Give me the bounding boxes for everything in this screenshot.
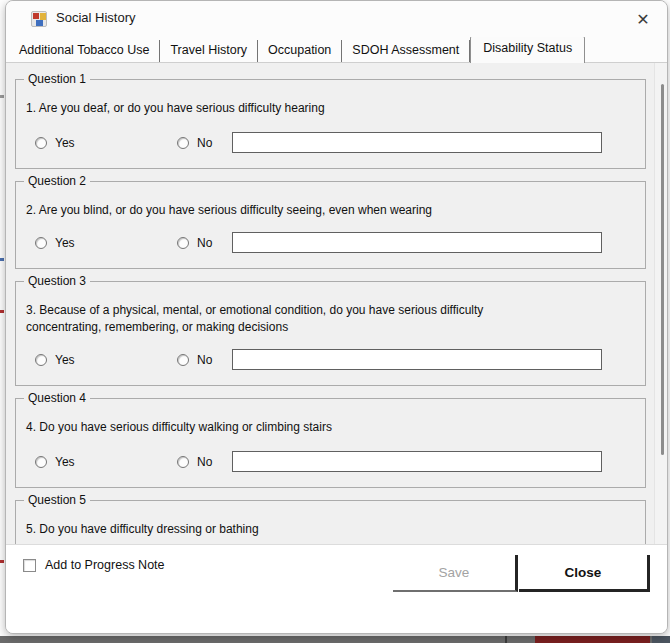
answer-row: Yes No	[35, 231, 630, 255]
radio-label: No	[197, 136, 212, 150]
radio-icon[interactable]	[177, 456, 189, 468]
tab-additional-tobacco-use[interactable]: Additional Tobacco Use	[9, 40, 160, 62]
answer-row: Yes No	[35, 131, 630, 155]
question-2-group: Question 2 2. Are you blind, or do you h…	[15, 181, 646, 269]
group-legend: Question 1	[24, 72, 90, 86]
question-text: 5. Do you have difficulty dressing or ba…	[26, 521, 561, 538]
checkbox-icon[interactable]	[23, 559, 36, 572]
q1-yes-radio[interactable]: Yes	[35, 131, 75, 155]
background-artifact	[652, 636, 670, 643]
radio-label: No	[197, 353, 212, 367]
question-text: 1. Are you deaf, or do you have serious …	[26, 100, 561, 117]
background-artifact	[0, 310, 4, 313]
questions-scroll-panel: Question 1 1. Are you deaf, or do you ha…	[6, 63, 667, 544]
icon-amber-square	[40, 13, 46, 20]
group-legend: Question 3	[24, 274, 90, 288]
answer-row: Yes No	[35, 348, 630, 372]
q3-comment-input[interactable]	[232, 349, 602, 370]
footer-panel: Add to Progress Note Save Close	[6, 544, 667, 634]
radio-icon[interactable]	[177, 354, 189, 366]
radio-icon[interactable]	[177, 137, 189, 149]
q3-yes-radio[interactable]: Yes	[35, 348, 75, 372]
background-window-bottom-bar	[0, 636, 670, 643]
radio-icon[interactable]	[35, 237, 47, 249]
q1-comment-input[interactable]	[232, 132, 602, 153]
group-legend: Question 2	[24, 174, 90, 188]
tab-disability-status[interactable]: Disability Status	[470, 36, 585, 63]
question-1-group: Question 1 1. Are you deaf, or do you ha…	[15, 79, 646, 169]
radio-icon[interactable]	[35, 354, 47, 366]
background-artifact	[505, 636, 507, 643]
radio-label: Yes	[55, 236, 75, 250]
scrollbar-thumb[interactable]	[661, 84, 664, 455]
checkbox-label: Add to Progress Note	[45, 558, 165, 572]
radio-label: Yes	[55, 136, 75, 150]
q4-yes-radio[interactable]: Yes	[35, 450, 75, 474]
radio-label: No	[197, 236, 212, 250]
question-3-group: Question 3 3. Because of a physical, men…	[15, 281, 646, 386]
q1-no-radio[interactable]: No	[177, 131, 212, 155]
radio-label: Yes	[55, 353, 75, 367]
q4-comment-input[interactable]	[232, 451, 602, 472]
background-artifact	[0, 560, 4, 563]
question-5-group: Question 5 5. Do you have difficulty dre…	[15, 500, 646, 544]
radio-icon[interactable]	[35, 137, 47, 149]
q2-yes-radio[interactable]: Yes	[35, 231, 75, 255]
q3-no-radio[interactable]: No	[177, 348, 212, 372]
vertical-scrollbar[interactable]	[654, 63, 667, 544]
question-text: 2. Are you blind, or do you have serious…	[26, 202, 561, 219]
radio-icon[interactable]	[35, 456, 47, 468]
q4-no-radio[interactable]: No	[177, 450, 212, 474]
question-4-group: Question 4 4. Do you have serious diffic…	[15, 398, 646, 488]
title-bar: Social History ✕	[6, 1, 667, 37]
tab-travel-history[interactable]: Travel History	[160, 40, 258, 62]
icon-red-square	[33, 13, 39, 19]
tab-sdoh-assessment[interactable]: SDOH Assessment	[342, 40, 470, 62]
icon-blue-square	[36, 20, 43, 26]
close-button[interactable]: Close	[519, 555, 650, 592]
group-legend: Question 4	[24, 391, 90, 405]
background-artifact	[0, 95, 4, 98]
question-text: 3. Because of a physical, mental, or emo…	[26, 302, 561, 336]
radio-label: No	[197, 455, 212, 469]
add-to-progress-note-checkbox[interactable]: Add to Progress Note	[23, 558, 165, 572]
question-text: 4. Do you have serious difficulty walkin…	[26, 419, 561, 436]
background-artifact	[535, 636, 650, 643]
window-title: Social History	[56, 10, 135, 25]
social-history-dialog: Social History ✕ Additional Tobacco Use …	[5, 0, 668, 634]
winform-app-icon	[31, 11, 47, 27]
group-legend: Question 5	[24, 493, 90, 507]
close-icon[interactable]: ✕	[629, 6, 657, 32]
answer-row: Yes No	[35, 450, 630, 474]
radio-icon[interactable]	[177, 237, 189, 249]
radio-label: Yes	[55, 455, 75, 469]
tab-occupation[interactable]: Occupation	[258, 40, 342, 62]
q2-no-radio[interactable]: No	[177, 231, 212, 255]
q2-comment-input[interactable]	[232, 232, 602, 253]
background-artifact	[0, 258, 4, 261]
tab-strip: Additional Tobacco Use Travel History Oc…	[6, 37, 667, 63]
save-button[interactable]: Save	[393, 555, 518, 592]
